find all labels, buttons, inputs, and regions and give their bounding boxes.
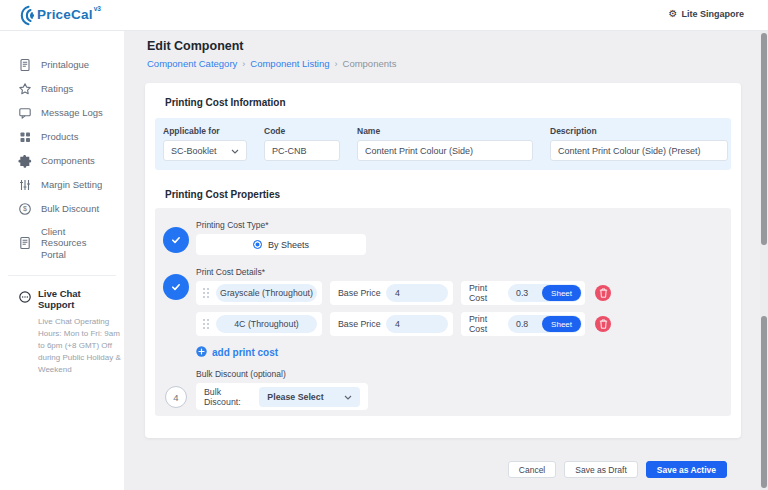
print-cost-value[interactable]: 0.8 [516,319,528,329]
base-price-value[interactable]: 4 [386,315,448,333]
print-cost-pill: 0.3 Sheet [508,284,582,302]
portal-icon [18,236,32,250]
code-input[interactable] [264,140,340,161]
step-number-badge: 4 [165,386,187,408]
sidebar-item-margin-setting[interactable]: Margin Setting [0,173,124,197]
sidebar-item-label: Ratings [41,83,73,94]
scrollbar-thumb[interactable] [761,316,767,488]
scrollbar-thumb[interactable] [761,33,767,245]
cost-name-pill[interactable]: Grayscale (Throughout) [216,284,317,302]
sidebar-item-products[interactable]: Products [0,125,124,149]
gear-icon: ⚙ [669,9,678,19]
scrollbar-track[interactable] [760,31,768,490]
cost-name-box: Grayscale (Throughout) [196,281,322,305]
sidebar-item-client-resources-portal[interactable]: Client Resources Portal [0,221,124,265]
region-label: Lite Singapore [681,9,744,19]
brand-name: PriceCal [37,5,93,25]
cost-type-label: Printing Cost Type* [196,220,366,230]
applicable-for-label: Applicable for [163,126,247,136]
unit-sheet-button[interactable]: Sheet [542,285,581,301]
step-cost-type: Printing Cost Type* By Sheets [163,220,731,255]
brand-logo-icon [12,5,34,30]
section-title-info: Printing Cost Information [165,97,741,108]
printalogue-icon [18,58,32,72]
chevron-down-icon [344,392,352,402]
cost-type-option-label: By Sheets [268,240,309,250]
info-fields: Applicable for SC-Booklet Code Name Desc… [155,118,731,170]
sidebar-item-bulk-discount[interactable]: $ Bulk Discount [0,197,124,221]
step-print-cost-details: Print Cost Details* Grayscale (Throughou… [163,267,731,336]
cost-type-option[interactable]: By Sheets [196,234,366,255]
star-icon [18,82,32,96]
dollar-circle-icon: $ [18,202,32,216]
name-label: Name [357,126,533,136]
drag-handle-icon[interactable] [203,319,210,330]
field-name: Name [357,126,533,170]
bulk-discount-box: Bulk Discount: Please Select [196,383,368,410]
bulk-discount-select[interactable]: Please Select [259,387,360,407]
live-chat-support: Live Chat Support Live Chat Operating Ho… [8,275,116,376]
description-input[interactable] [550,140,728,161]
region-selector[interactable]: ⚙ Lite Singapore [669,9,744,19]
live-chat-hours: Live Chat Operating Hours: Mon to Fri: 9… [38,316,126,376]
grid-icon [18,130,32,144]
sidebar: Printalogue Ratings Message Logs Product… [0,31,124,490]
breadcrumb-component-category[interactable]: Component Category [147,58,237,69]
cost-name-box: 4C (Throughout) [196,312,322,336]
edit-component-card: Printing Cost Information Applicable for… [145,83,741,438]
breadcrumb-separator: › [242,59,245,69]
applicable-for-select[interactable]: SC-Booklet [163,140,247,161]
base-price-label: Base Price [338,288,381,298]
field-applicable-for: Applicable for SC-Booklet [163,126,247,170]
applicable-for-value: SC-Booklet [171,146,217,156]
unit-sheet-button[interactable]: Sheet [542,316,581,332]
trash-icon [599,286,608,301]
message-icon [18,106,32,120]
bulk-discount-section-label: Bulk Discount (optional) [196,369,731,379]
save-as-active-button[interactable]: Save as Active [646,461,727,478]
sidebar-item-ratings[interactable]: Ratings [0,77,124,101]
base-price-label: Base Price [338,319,381,329]
print-cost-label: Print Cost [469,283,504,303]
breadcrumb-component-listing[interactable]: Component Listing [250,58,329,69]
print-cost-row: 4C (Throughout) Base Price 4 Print Cost … [196,312,611,336]
radio-selected-icon[interactable] [253,240,262,249]
chevron-down-icon [231,146,239,156]
print-cost-label: Print Cost [469,314,504,334]
print-cost-pill: 0.8 Sheet [508,315,582,333]
svg-text:$: $ [23,205,27,212]
sidebar-item-components[interactable]: Components [0,149,124,173]
live-chat-title: Live Chat Support [38,288,114,310]
delete-row-button[interactable] [595,285,611,301]
sidebar-item-label: Products [41,131,79,142]
field-description: Description [550,126,728,170]
print-cost-row: Grayscale (Throughout) Base Price 4 Prin… [196,281,611,305]
field-code: Code [264,126,340,170]
main-content: Edit Component Component Category › Comp… [124,31,768,490]
print-cost-box: Print Cost 0.8 Sheet [461,312,585,336]
cancel-button[interactable]: Cancel [508,461,556,478]
base-price-value[interactable]: 4 [386,284,448,302]
step-complete-check-icon [163,227,189,253]
save-as-draft-button[interactable]: Save as Draft [564,461,638,478]
sliders-icon [18,178,32,192]
brand-version: v3 [94,5,101,12]
step-bulk-discount: Bulk Discount (optional) 4 Bulk Discount… [163,369,731,410]
sidebar-item-printalogue[interactable]: Printalogue [0,53,124,77]
name-input[interactable] [357,140,533,161]
cost-name-pill[interactable]: 4C (Throughout) [216,315,317,333]
delete-row-button[interactable] [595,316,611,332]
print-cost-value[interactable]: 0.3 [516,288,528,298]
sidebar-item-message-logs[interactable]: Message Logs [0,101,124,125]
plus-circle-icon [196,346,207,359]
sidebar-item-label: Message Logs [41,107,103,118]
print-cost-details-label: Print Cost Details* [196,267,611,277]
base-price-box: Base Price 4 [330,312,453,336]
live-chat-header[interactable]: Live Chat Support [18,288,114,310]
drag-handle-icon[interactable] [203,288,210,299]
add-print-cost-label: add print cost [212,347,278,358]
add-print-cost-link[interactable]: add print cost [196,346,278,359]
brand-logo[interactable]: PriceCal v3 [12,5,101,30]
base-price-box: Base Price 4 [330,281,453,305]
page-title: Edit Component [147,39,244,53]
